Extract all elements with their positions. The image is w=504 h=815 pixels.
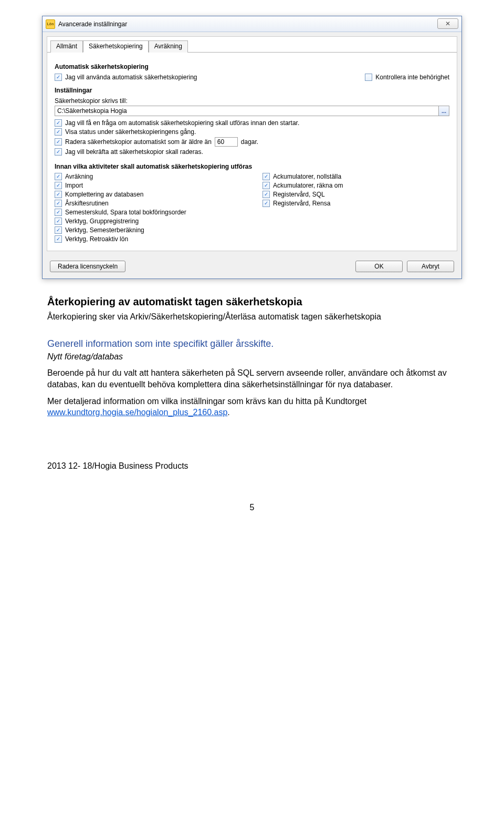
checkbox-delete-older[interactable]: ✓ (55, 138, 62, 146)
label-use-autobackup: Jag vill använda automatisk säkerhetskop… (65, 74, 197, 81)
checkbox-activity[interactable]: ✓ (55, 200, 62, 207)
checkbox-activity[interactable]: ✓ (55, 226, 62, 234)
activities-col-right: ✓Ackumulatorer, nollställa ✓Ackumulatore… (262, 171, 449, 244)
label-path: Säkerhetskopior skrivs till: (55, 97, 449, 105)
page-number: 5 (42, 503, 462, 512)
heading-general: Generell information som inte specifikt … (47, 337, 457, 350)
label-delete-older-suffix: dagar. (241, 138, 258, 146)
label-show-status: Visa status under säkerhetskopieringens … (65, 128, 196, 136)
moreinfo-prefix: Mer detaljerad information om vilka inst… (47, 397, 366, 406)
days-input[interactable] (215, 137, 238, 147)
activity-label: Ackumulatorer, nollställa (273, 173, 341, 180)
titlebar[interactable]: Lön Avancerade inställningar ✕ (43, 16, 461, 32)
section-settings-head: Inställningar (55, 87, 449, 94)
activity-label: Ackumulatorer, räkna om (273, 182, 343, 189)
delete-license-button[interactable]: Radera licensnyckeln (50, 261, 125, 272)
cancel-button[interactable]: Avbryt (407, 261, 454, 272)
section-autobackup-head: Automatisk säkerhetskopiering (55, 63, 449, 70)
settings-dialog: Lön Avancerade inställningar ✕ Allmänt S… (42, 16, 462, 279)
checkbox-activity[interactable]: ✓ (55, 191, 62, 198)
checkbox-activity[interactable]: ✓ (55, 182, 62, 189)
section-activities-head: Innan vilka aktiviteter skall automatisk… (55, 163, 449, 170)
heading-newdb: Nytt företag/databas (47, 352, 123, 361)
activity-label: Import (65, 182, 83, 189)
checkbox-activity[interactable]: ✓ (55, 235, 62, 243)
footer-text: 2013 12- 18/Hogia Business Products (47, 460, 457, 472)
checkbox-confirm-delete[interactable]: ✓ (55, 148, 62, 156)
activity-label: Verktyg, Gruppregistrering (65, 218, 139, 225)
activity-label: Komplettering av databasen (65, 191, 143, 198)
checkbox-activity[interactable]: ✓ (55, 209, 62, 216)
heading-restore: Återkopiering av automatiskt tagen säker… (47, 295, 457, 309)
kundtorget-link[interactable]: www.kundtorg.hogia.se/hogialon_plus_2160… (47, 408, 227, 417)
paragraph-moreinfo: Mer detaljerad information om vilka inst… (47, 396, 457, 418)
checkbox-activity[interactable]: ✓ (55, 173, 62, 180)
app-icon: Lön (46, 19, 55, 29)
label-no-permcheck: Kontrollera inte behörighet (375, 74, 449, 81)
activity-label: Avräkning (65, 173, 93, 180)
label-confirm-delete: Jag vill bekräfta att säkerhetskopior sk… (65, 148, 203, 156)
dialog-title: Avancerade inställningar (58, 20, 127, 28)
activity-label: Verktyg, Retroaktiv lön (65, 235, 128, 243)
label-delete-older-prefix: Radera säkerhetskopior automatiskt som ä… (65, 138, 212, 146)
checkbox-ask-before[interactable]: ✓ (55, 119, 62, 127)
tab-general[interactable]: Allmänt (50, 40, 83, 53)
paragraph-newdb: Beroende på hur du valt att hantera säke… (47, 367, 457, 390)
activity-label: Registervård, Rensa (273, 200, 330, 207)
activity-label: Verktyg, Semesterberäkning (65, 226, 144, 234)
tab-strip: Allmänt Säkerhetskopiering Avräkning (47, 37, 457, 53)
tab-avrakning[interactable]: Avräkning (149, 40, 188, 53)
path-input[interactable] (55, 106, 438, 116)
ok-button[interactable]: OK (355, 261, 403, 272)
checkbox-use-autobackup[interactable]: ✓ (55, 74, 62, 81)
moreinfo-suffix: . (227, 408, 229, 417)
close-button[interactable]: ✕ (437, 18, 458, 29)
checkbox-no-permcheck[interactable] (365, 74, 372, 81)
checkbox-activity[interactable]: ✓ (262, 182, 270, 189)
activity-label: Registervård, SQL (273, 191, 325, 198)
activity-label: Årskiftesrutinen (65, 200, 109, 207)
label-ask-before: Jag vill få en fråga om automatisk säker… (65, 119, 299, 127)
checkbox-activity[interactable]: ✓ (262, 200, 270, 207)
checkbox-activity[interactable]: ✓ (262, 191, 270, 198)
paragraph-restore: Återkopiering sker via Arkiv/Säkerhetsko… (47, 311, 457, 323)
activity-label: Semesterskuld, Spara total bokföringsord… (65, 209, 186, 216)
checkbox-activity[interactable]: ✓ (262, 173, 270, 180)
tab-backup[interactable]: Säkerhetskopiering (83, 40, 149, 53)
checkbox-activity[interactable]: ✓ (55, 218, 62, 225)
activities-col-left: ✓Avräkning ✓Import ✓Komplettering av dat… (55, 171, 242, 244)
browse-button[interactable]: ... (438, 106, 449, 116)
checkbox-show-status[interactable]: ✓ (55, 128, 62, 136)
tab-panel-backup: Automatisk säkerhetskopiering ✓ Jag vill… (47, 53, 457, 247)
